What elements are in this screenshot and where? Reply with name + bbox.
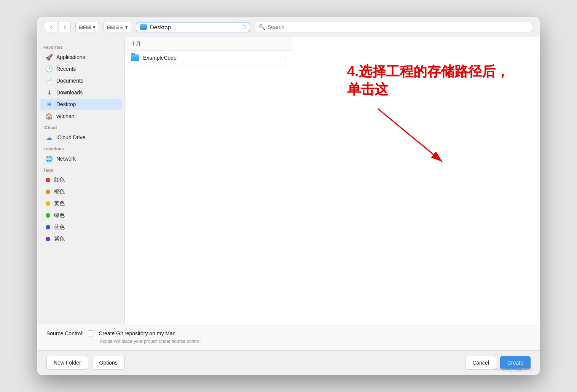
sidebar-item-label: Recents (56, 66, 76, 72)
new-folder-button[interactable]: New Folder (46, 356, 88, 370)
columns-icon: ⊞⊞⊞ (79, 24, 91, 30)
blue-tag-dot (46, 225, 50, 229)
location-name: Desktop (150, 24, 238, 30)
icloud-drive-icon: ☁ (46, 134, 53, 141)
git-repo-checkbox[interactable] (88, 330, 94, 336)
tag-label: 橙色 (54, 188, 65, 195)
icloud-section-label: iCloud (37, 122, 124, 131)
source-control-label: Source Control: (46, 330, 83, 336)
git-repo-label: Create Git repository on my Mac (99, 330, 175, 336)
sidebar-item-desktop[interactable]: 🖥 Desktop (40, 99, 122, 110)
red-tag-dot (46, 178, 50, 182)
location-chevron-icon: ⬡ (241, 24, 246, 30)
search-bar[interactable]: 🔍 (255, 22, 532, 32)
list-item[interactable]: ExampleCode › (125, 51, 292, 65)
network-icon: 🌐 (46, 155, 53, 162)
witchan-icon: 🏠 (46, 113, 53, 120)
tag-label: 红色 (54, 177, 65, 183)
options-button[interactable]: Options (92, 356, 125, 370)
favorites-section-label: Favorites (37, 42, 124, 51)
tag-label: 绿色 (54, 212, 65, 219)
sidebar-item-label: iCloud Drive (56, 134, 85, 140)
orange-tag-dot (46, 190, 50, 194)
folder-icon (131, 54, 139, 61)
grid-icon: ⊟⊟⊟⊟ (107, 24, 124, 30)
grid-view-button[interactable]: ⊟⊟⊟⊟ ▾ (104, 22, 131, 32)
locations-section-label: Locations (37, 143, 124, 153)
toolbar: ‹ › ⊞⊞⊞ ▾ ⊟⊟⊟⊟ ▾ Desktop ⬡ 🔍 (37, 17, 540, 37)
sidebar-item-applications[interactable]: 🚀 Applications (40, 51, 122, 63)
yellow-tag-dot (46, 201, 50, 206)
desktop-folder-icon (140, 24, 147, 30)
sidebar-item-documents[interactable]: 📄 Documents (40, 75, 122, 86)
sidebar-item-label: Applications (56, 54, 85, 60)
grid-chevron: ▾ (125, 24, 128, 30)
downloads-icon: ⬇ (46, 89, 53, 96)
sidebar-item-network[interactable]: 🌐 Network (40, 153, 122, 164)
sidebar-item-label: Documents (56, 78, 83, 84)
file-name: ExampleCode (143, 55, 281, 61)
applications-icon: 🚀 (46, 54, 53, 61)
file-chevron-icon: › (284, 55, 286, 61)
source-control-hint: Xcode will place your project under sour… (100, 339, 531, 344)
tags-section-label: Tags (37, 165, 124, 174)
tag-label: 紫色 (54, 236, 65, 242)
sidebar-item-icloud-drive[interactable]: ☁ iCloud Drive (40, 132, 122, 143)
file-area: 十月 ExampleCode › (125, 37, 540, 324)
detail-area (292, 37, 540, 324)
purple-tag-dot (46, 237, 50, 241)
search-icon: 🔍 (259, 24, 265, 30)
watermark: CSDN @小黑猫成仙 (496, 367, 534, 373)
button-bar: New Folder Options Cancel Create (37, 350, 540, 375)
file-column: 十月 ExampleCode › (125, 37, 292, 324)
file-column-header: 十月 (125, 37, 292, 51)
file-dialog: ‹ › ⊞⊞⊞ ▾ ⊟⊟⊟⊟ ▾ Desktop ⬡ 🔍 Favorites 🚀 (37, 17, 540, 375)
sidebar-item-tag-red[interactable]: 红色 (40, 174, 122, 186)
forward-button[interactable]: › (59, 22, 71, 32)
columns-chevron: ▾ (93, 24, 96, 30)
sidebar-item-label: Network (56, 156, 76, 162)
tag-label: 黄色 (54, 200, 65, 207)
green-tag-dot (46, 213, 50, 218)
sidebar-item-tag-green[interactable]: 绿色 (40, 210, 122, 221)
sidebar-item-downloads[interactable]: ⬇ Downloads (40, 87, 122, 98)
sidebar-item-witchan[interactable]: 🏠 witchan (40, 110, 122, 122)
desktop-icon: 🖥 (46, 101, 53, 108)
back-button[interactable]: ‹ (45, 22, 57, 32)
main-content: Favorites 🚀 Applications 🕐 Recents 📄 Doc… (37, 37, 540, 324)
search-input[interactable] (268, 24, 528, 30)
tag-label: 蓝色 (54, 224, 65, 231)
sidebar-item-tag-yellow[interactable]: 黄色 (40, 198, 122, 209)
source-control-bar: Source Control: Create Git repository on… (37, 324, 540, 350)
sidebar-item-label: Desktop (56, 101, 76, 107)
recents-icon: 🕐 (46, 65, 53, 72)
nav-buttons: ‹ › (45, 22, 71, 32)
columns-view-button[interactable]: ⊞⊞⊞ ▾ (75, 22, 99, 32)
cancel-button[interactable]: Cancel (465, 356, 496, 370)
source-control-row: Source Control: Create Git repository on… (46, 330, 531, 336)
sidebar-item-label: Downloads (56, 89, 83, 96)
sidebar-item-tag-purple[interactable]: 紫色 (40, 233, 122, 245)
sidebar-item-recents[interactable]: 🕐 Recents (40, 63, 122, 75)
documents-icon: 📄 (46, 77, 53, 84)
sidebar-item-tag-orange[interactable]: 橙色 (40, 186, 122, 198)
sidebar-item-label: witchan (56, 113, 74, 119)
sidebar: Favorites 🚀 Applications 🕐 Recents 📄 Doc… (37, 37, 125, 324)
location-bar[interactable]: Desktop ⬡ (136, 22, 250, 32)
sidebar-item-tag-blue[interactable]: 蓝色 (40, 221, 122, 233)
